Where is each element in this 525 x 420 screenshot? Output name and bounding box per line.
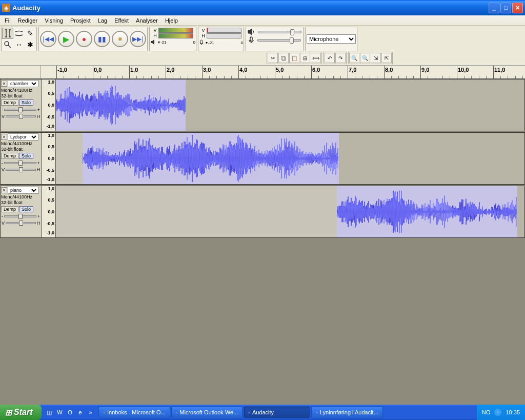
word-icon[interactable]: W (55, 408, 64, 417)
selection-tool-icon[interactable] (2, 28, 13, 39)
multi-tool-icon[interactable]: ✱ (25, 39, 36, 50)
pan-slider[interactable]: VH (2, 167, 40, 172)
taskbar-item[interactable]: ▫Microsoft Outlook We... (171, 406, 243, 418)
cut-icon[interactable]: ✂ (268, 53, 278, 63)
track-bitdepth: 32-bit float (1, 147, 41, 152)
track-format: Mono/44100Hz (1, 194, 41, 199)
output-meter-scale: -210 (160, 40, 195, 45)
timeline-tick-label: 4,0 (239, 67, 247, 73)
play-button[interactable]: ▶ (58, 31, 74, 47)
ql-chevron-icon[interactable]: » (86, 408, 95, 417)
zoom-in-icon[interactable]: 🔍 (349, 53, 359, 63)
track-vscale: 1,00,50,0-0,5-1,0 (42, 133, 56, 184)
track-close-button[interactable]: × (1, 134, 7, 140)
waveform[interactable] (56, 186, 524, 237)
clock[interactable]: 10:35 (506, 409, 520, 415)
zoom-out-icon[interactable]: 🔍 (360, 53, 370, 63)
fit-project-icon[interactable]: ⇱ (381, 53, 392, 63)
track-close-button[interactable]: × (1, 81, 7, 87)
tray-icon[interactable]: ‹ (494, 409, 501, 416)
menu-hjelp[interactable]: Hjelp (161, 16, 181, 25)
gain-slider[interactable]: -+ (2, 107, 40, 112)
meter-left-label: V (201, 28, 206, 33)
copy-icon[interactable]: ⿻ (278, 53, 289, 63)
close-button[interactable]: ✕ (512, 3, 523, 13)
mic-icon (199, 39, 205, 46)
input-meter-left[interactable] (207, 28, 241, 33)
fit-selection-icon[interactable]: ⇲ (371, 53, 381, 63)
window-title: Audacity (12, 4, 489, 12)
timeshift-tool-icon[interactable]: ↔ (13, 39, 25, 50)
language-indicator[interactable]: NO (482, 409, 491, 415)
taskbar-item[interactable]: ▫Audacity (244, 406, 310, 418)
track-vscale: 1,00,50,0-0,5-1,0 (42, 186, 56, 237)
show-desktop-icon[interactable]: ◫ (45, 408, 54, 417)
timeline-tick-label: 0,0 (94, 67, 102, 73)
timeline-tick-label: 8,0 (385, 67, 393, 73)
maximize-button[interactable]: □ (500, 3, 511, 13)
menu-lag[interactable]: Lag (94, 16, 111, 25)
output-meter-left[interactable] (158, 28, 193, 33)
input-meter-right[interactable] (207, 33, 241, 38)
mute-button[interactable]: Demp (1, 153, 18, 159)
track-menu[interactable]: Lydspor (8, 133, 38, 141)
start-button[interactable]: ⊞Start (0, 405, 42, 420)
pan-slider[interactable]: VH (2, 114, 40, 119)
waveform[interactable] (56, 79, 524, 131)
toolbars: ✎ ↔ ✱ |◀◀ ▶ ● ▮▮ ■ ▶▶| V H ▾ -210 V H ▾ (0, 26, 525, 53)
tools-palette: ✎ ↔ ✱ (1, 27, 37, 51)
input-source-group: Microphone (305, 27, 357, 51)
skip-end-button[interactable]: ▶▶| (130, 31, 146, 47)
redo-icon[interactable]: ↷ (335, 53, 346, 63)
output-meter: V H ▾ -210 (149, 27, 196, 51)
input-source-select[interactable]: Microphone (307, 34, 356, 44)
input-volume-slider[interactable] (257, 39, 301, 42)
menu-rediger[interactable]: Rediger (14, 16, 42, 25)
timeline-tick-label: 10,0 (458, 67, 469, 73)
minimize-button[interactable]: _ (489, 3, 499, 13)
stop-button[interactable]: ■ (112, 31, 128, 47)
timeline[interactable]: -1,00,01,02,03,04,05,06,07,08,09,010,011… (0, 66, 525, 79)
input-meter: V H ▾ -210 (198, 27, 244, 51)
skip-start-button[interactable]: |◀◀ (40, 31, 56, 47)
output-meter-right[interactable] (158, 33, 193, 38)
mute-button[interactable]: Demp (1, 206, 18, 212)
track-close-button[interactable]: × (1, 187, 7, 193)
taskbar-item[interactable]: ▫Innboks - Microsoft O... (98, 406, 170, 418)
mixer (246, 27, 304, 51)
timeline-tick-label: 3,0 (203, 67, 211, 73)
gain-slider[interactable]: -+ (2, 161, 40, 166)
solo-button[interactable]: Solo (19, 99, 33, 106)
menu-visning[interactable]: Visning (41, 16, 67, 25)
track-bitdepth: 32-bit float (1, 200, 41, 205)
mute-button[interactable]: Demp (1, 99, 18, 106)
solo-button[interactable]: Solo (19, 206, 33, 212)
input-meter-scale: -210 (208, 41, 243, 45)
track-format: Mono/44100Hz (1, 141, 41, 146)
record-button[interactable]: ● (76, 31, 92, 47)
timeline-tick-label: 5,0 (276, 67, 284, 73)
ie-icon[interactable]: e (75, 408, 85, 417)
paste-icon[interactable]: 📋 (289, 53, 299, 63)
track-menu[interactable]: piano (8, 187, 38, 194)
envelope-tool-icon[interactable] (13, 28, 25, 39)
trim-icon[interactable]: ⊟ (300, 53, 310, 63)
waveform[interactable] (56, 133, 524, 184)
menu-prosjekt[interactable]: Prosjekt (67, 16, 94, 25)
zoom-tool-icon[interactable] (2, 39, 13, 50)
output-volume-slider[interactable] (258, 31, 301, 33)
solo-button[interactable]: Solo (19, 153, 33, 159)
pause-button[interactable]: ▮▮ (94, 31, 110, 47)
menu-analyser[interactable]: Analyser (132, 16, 161, 25)
taskbar-item[interactable]: ▫Lyninnføring i Audacit... (311, 406, 382, 418)
menu-fil[interactable]: Fil (1, 16, 14, 25)
titlebar: ◉ Audacity _ □ ✕ (0, 0, 525, 15)
pan-slider[interactable]: VH (2, 221, 40, 226)
undo-icon[interactable]: ↶ (325, 53, 335, 63)
track-menu[interactable]: chamber (8, 80, 38, 87)
silence-icon[interactable]: ⟺ (311, 53, 321, 63)
menu-effekt[interactable]: Effekt (111, 16, 132, 25)
outlook-icon[interactable]: O (65, 408, 74, 417)
gain-slider[interactable]: -+ (2, 214, 40, 219)
draw-tool-icon[interactable]: ✎ (25, 28, 36, 39)
